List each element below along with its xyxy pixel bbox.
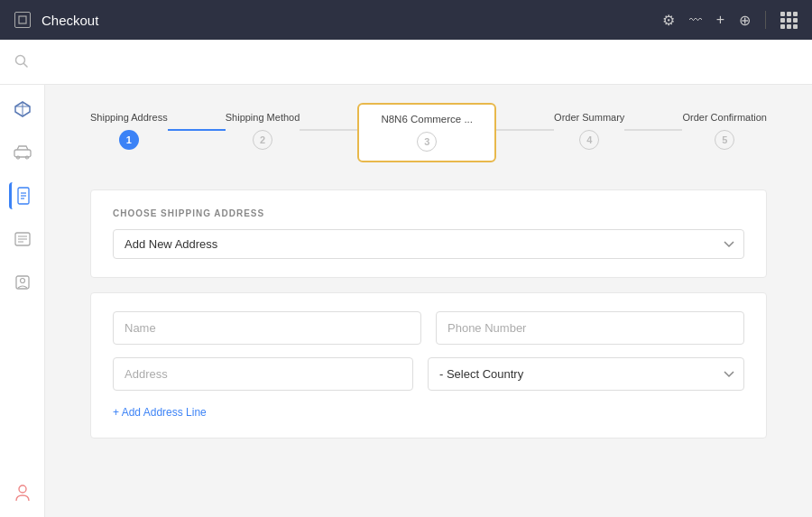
country-select[interactable]: - Select Country xyxy=(428,357,744,391)
topbar-divider xyxy=(765,11,766,29)
step-5-num: 5 xyxy=(715,130,734,150)
topbar: Checkout ⚙ 〰 + ⊕ xyxy=(0,0,812,40)
shipping-address-card: CHOOSE SHIPPING ADDRESS Add New Address xyxy=(90,189,767,278)
sidebar-item-car[interactable] xyxy=(9,139,36,166)
shipping-address-select[interactable]: Add New Address xyxy=(113,229,744,259)
step-2-label: Shipping Method xyxy=(226,112,300,123)
svg-line-2 xyxy=(24,63,28,67)
topbar-icons: ⚙ 〰 + ⊕ xyxy=(662,11,798,29)
name-input[interactable] xyxy=(113,311,421,345)
svg-point-19 xyxy=(19,485,26,493)
sidebar-item-list[interactable] xyxy=(9,226,36,253)
svg-rect-0 xyxy=(19,16,26,23)
address-input[interactable] xyxy=(113,357,413,391)
connector-4-5 xyxy=(624,129,682,131)
svg-rect-6 xyxy=(14,150,31,157)
secondbar xyxy=(0,40,812,85)
grid-icon[interactable] xyxy=(780,12,798,29)
sidebar-item-badge[interactable] xyxy=(9,269,36,296)
sidebar xyxy=(0,85,45,517)
topbar-logo xyxy=(14,12,31,28)
eye-icon[interactable]: 〰 xyxy=(689,13,702,27)
step-5-label: Order Confirmation xyxy=(682,112,767,123)
step-n8n6: N8N6 Commerce ... 3 xyxy=(357,112,496,162)
step-2-num: 2 xyxy=(253,130,272,150)
steps-progress: Shipping Address 1 Shipping Method 2 N8N… xyxy=(90,112,767,162)
sidebar-item-doc[interactable] xyxy=(9,182,36,209)
step-3-label: N8N6 Commerce ... xyxy=(381,114,473,125)
address-country-row: - Select Country xyxy=(113,357,744,391)
step-order-confirmation: Order Confirmation 5 xyxy=(682,112,767,150)
step-4-label: Order Summary xyxy=(554,112,624,123)
step-highlighted-box: N8N6 Commerce ... 3 xyxy=(357,103,496,162)
phone-input[interactable] xyxy=(436,311,744,345)
name-phone-row xyxy=(113,311,744,345)
step-1-label: Shipping Address xyxy=(90,112,168,123)
choose-shipping-title: CHOOSE SHIPPING ADDRESS xyxy=(113,208,744,218)
step-shipping-address: Shipping Address 1 xyxy=(90,112,168,150)
topbar-title: Checkout xyxy=(42,13,651,28)
connector-2-3 xyxy=(300,129,357,131)
search-icon xyxy=(14,54,28,70)
connector-3-4 xyxy=(496,129,554,131)
step-4-num: 4 xyxy=(579,130,599,150)
content-area: Shipping Address 1 Shipping Method 2 N8N… xyxy=(45,85,812,517)
globe-icon[interactable]: ⊕ xyxy=(739,12,751,29)
plus-icon[interactable]: + xyxy=(716,12,724,28)
step-1-num: 1 xyxy=(119,130,139,150)
address-form-card: - Select Country + Add Address Line xyxy=(90,292,767,439)
svg-point-18 xyxy=(20,279,24,283)
settings-icon[interactable]: ⚙ xyxy=(662,12,675,29)
connector-1-2 xyxy=(168,129,226,131)
main-layout: Shipping Address 1 Shipping Method 2 N8N… xyxy=(0,85,812,517)
sidebar-item-cube[interactable] xyxy=(9,96,36,123)
step-shipping-method: Shipping Method 2 xyxy=(226,112,300,150)
sidebar-item-person[interactable] xyxy=(9,479,36,506)
add-address-line-link[interactable]: + Add Address Line xyxy=(113,406,207,419)
step-order-summary: Order Summary 4 xyxy=(554,112,624,150)
step-3-num: 3 xyxy=(417,132,437,152)
